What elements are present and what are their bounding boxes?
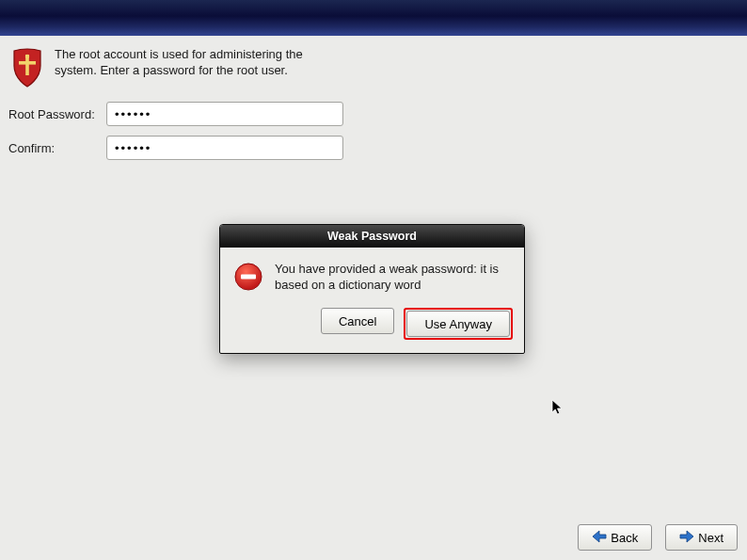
arrow-right-icon xyxy=(679,530,694,546)
svg-point-2 xyxy=(25,55,29,58)
intro-text: The root account is used for administeri… xyxy=(55,47,316,79)
weak-password-dialog: Weak Password You have provided a weak p… xyxy=(219,224,525,354)
shield-icon xyxy=(8,47,47,88)
root-password-label: Root Password: xyxy=(8,107,106,121)
next-label: Next xyxy=(698,531,723,545)
next-button[interactable]: Next xyxy=(665,524,738,551)
error-icon xyxy=(233,262,263,295)
arrow-left-icon xyxy=(592,530,607,546)
use-anyway-button[interactable]: Use Anyway xyxy=(406,311,510,337)
highlighted-action: Use Anyway xyxy=(404,308,513,340)
dialog-message: You have provided a weak password: it is… xyxy=(275,262,511,294)
back-button[interactable]: Back xyxy=(578,524,652,551)
back-label: Back xyxy=(611,531,638,545)
confirm-password-input[interactable] xyxy=(106,136,343,160)
confirm-password-label: Confirm: xyxy=(8,141,106,155)
cancel-button[interactable]: Cancel xyxy=(321,308,394,334)
root-password-input[interactable] xyxy=(106,102,343,126)
svg-rect-1 xyxy=(19,61,36,65)
dialog-title: Weak Password xyxy=(220,225,524,248)
cursor-icon xyxy=(551,399,564,419)
top-banner xyxy=(0,0,747,36)
svg-rect-5 xyxy=(241,274,256,279)
